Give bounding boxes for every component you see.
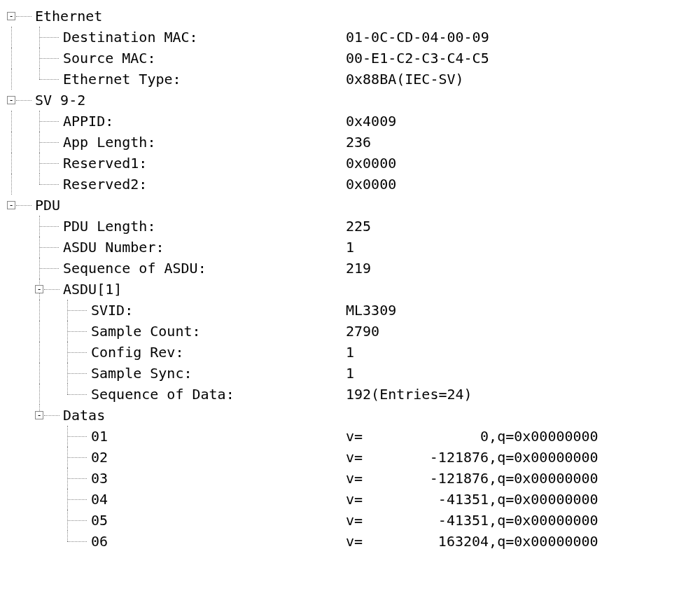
eth-type-label: Ethernet Type: (63, 69, 181, 90)
tree-leaf-data-item[interactable]: 02v=-121876, q=0x00000000 (7, 447, 693, 468)
smpsync-label: Sample Sync: (91, 363, 192, 384)
data-item-index: 04 (91, 489, 108, 510)
src-mac-value: 00-E1-C2-C3-C4-C5 (346, 48, 489, 69)
tree-leaf-dest-mac[interactable]: Destination MAC: 01-0C-CD-04-00-09 (7, 27, 693, 48)
tree-leaf-smpcnt[interactable]: Sample Count: 2790 (7, 321, 693, 342)
data-item-value: -41351 (363, 510, 489, 531)
asdunum-label: ASDU Number: (63, 237, 164, 258)
data-item-vprefix: v= (346, 531, 363, 552)
smpsync-value: 1 (346, 363, 354, 384)
data-item-sep: , (489, 468, 497, 489)
pdu-label: PDU (35, 195, 60, 216)
data-item-quality: q=0x00000000 (497, 510, 598, 531)
pdulen-value: 225 (346, 216, 371, 237)
collapse-icon[interactable]: - (7, 96, 15, 104)
dest-mac-label: Destination MAC: (63, 27, 198, 48)
data-item-value: -121876 (363, 468, 489, 489)
seqasdu-value: 219 (346, 258, 371, 279)
data-item-vprefix: v= (346, 510, 363, 531)
tree-leaf-asdunum[interactable]: ASDU Number: 1 (7, 237, 693, 258)
appid-value: 0x4009 (346, 111, 396, 132)
cfgrev-value: 1 (346, 342, 354, 363)
dest-mac-value: 01-0C-CD-04-00-09 (346, 27, 489, 48)
tree-leaf-data-item[interactable]: 06v=163204, q=0x00000000 (7, 531, 693, 552)
smpcnt-label: Sample Count: (91, 321, 201, 342)
seqasdu-label: Sequence of ASDU: (63, 258, 206, 279)
data-item-value: 0 (363, 426, 489, 447)
collapse-icon[interactable]: - (35, 411, 43, 419)
tree-leaf-pdulen[interactable]: PDU Length: 225 (7, 216, 693, 237)
data-item-sep: , (489, 531, 497, 552)
tree-leaf-applen[interactable]: App Length: 236 (7, 132, 693, 153)
tree-leaf-res2[interactable]: Reserved2: 0x0000 (7, 174, 693, 195)
tree-leaf-cfgrev[interactable]: Config Rev: 1 (7, 342, 693, 363)
tree-leaf-res1[interactable]: Reserved1: 0x0000 (7, 153, 693, 174)
seqdata-label: Sequence of Data: (91, 384, 234, 405)
data-item-index: 02 (91, 447, 108, 468)
data-item-index: 03 (91, 468, 108, 489)
data-item-value: -41351 (363, 489, 489, 510)
data-item-value: 163204 (363, 531, 489, 552)
tree-leaf-appid[interactable]: APPID: 0x4009 (7, 111, 693, 132)
data-item-sep: , (489, 510, 497, 531)
data-item-vprefix: v= (346, 489, 363, 510)
data-item-vprefix: v= (346, 447, 363, 468)
data-item-index: 06 (91, 531, 108, 552)
data-item-vprefix: v= (346, 426, 363, 447)
tree-leaf-eth-type[interactable]: Ethernet Type: 0x88BA(IEC-SV) (7, 69, 693, 90)
tree-node-datas[interactable]: - Datas (7, 405, 693, 426)
seqdata-value: 192(Entries=24) (346, 384, 472, 405)
data-item-quality: q=0x00000000 (497, 447, 598, 468)
data-item-index: 05 (91, 510, 108, 531)
tree-leaf-seqasdu[interactable]: Sequence of ASDU: 219 (7, 258, 693, 279)
sv92-label: SV 9-2 (35, 90, 85, 111)
smpcnt-value: 2790 (346, 321, 379, 342)
tree-node-ethernet[interactable]: - Ethernet (7, 6, 693, 27)
res2-value: 0x0000 (346, 174, 396, 195)
tree-leaf-svid[interactable]: SVID: ML3309 (7, 300, 693, 321)
res2-label: Reserved2: (63, 174, 147, 195)
collapse-icon[interactable]: - (35, 285, 43, 293)
data-item-value: -121876 (363, 447, 489, 468)
tree-leaf-seqdata[interactable]: Sequence of Data: 192(Entries=24) (7, 384, 693, 405)
applen-value: 236 (346, 132, 371, 153)
data-item-sep: , (489, 447, 497, 468)
collapse-icon[interactable]: - (7, 12, 15, 20)
tree-leaf-data-item[interactable]: 05v=-41351, q=0x00000000 (7, 510, 693, 531)
tree-leaf-data-item[interactable]: 03v=-121876, q=0x00000000 (7, 468, 693, 489)
data-item-quality: q=0x00000000 (497, 426, 598, 447)
cfgrev-label: Config Rev: (91, 342, 183, 363)
data-item-index: 01 (91, 426, 108, 447)
res1-value: 0x0000 (346, 153, 396, 174)
applen-label: App Length: (63, 132, 155, 153)
data-item-quality: q=0x00000000 (497, 468, 598, 489)
tree-node-asdu1[interactable]: - ASDU[1] (7, 279, 693, 300)
data-item-quality: q=0x00000000 (497, 489, 598, 510)
tree-node-sv92[interactable]: - SV 9-2 (7, 90, 693, 111)
packet-tree: - Ethernet Destination MAC: 01-0C-CD-04-… (7, 6, 693, 552)
tree-leaf-data-item[interactable]: 04v=-41351, q=0x00000000 (7, 489, 693, 510)
eth-type-value: 0x88BA(IEC-SV) (346, 69, 464, 90)
asdunum-value: 1 (346, 237, 354, 258)
collapse-icon[interactable]: - (7, 201, 15, 209)
tree-leaf-src-mac[interactable]: Source MAC: 00-E1-C2-C3-C4-C5 (7, 48, 693, 69)
svid-label: SVID: (91, 300, 133, 321)
asdu1-label: ASDU[1] (63, 279, 122, 300)
tree-node-pdu[interactable]: - PDU (7, 195, 693, 216)
data-item-sep: , (489, 489, 497, 510)
data-item-quality: q=0x00000000 (497, 531, 598, 552)
data-item-vprefix: v= (346, 468, 363, 489)
svid-value: ML3309 (346, 300, 396, 321)
tree-leaf-data-item[interactable]: 01v=0, q=0x00000000 (7, 426, 693, 447)
datas-label: Datas (63, 405, 105, 426)
tree-leaf-smpsync[interactable]: Sample Sync: 1 (7, 363, 693, 384)
data-item-sep: , (489, 426, 497, 447)
pdulen-label: PDU Length: (63, 216, 155, 237)
res1-label: Reserved1: (63, 153, 147, 174)
ethernet-label: Ethernet (35, 6, 102, 27)
src-mac-label: Source MAC: (63, 48, 155, 69)
appid-label: APPID: (63, 111, 113, 132)
